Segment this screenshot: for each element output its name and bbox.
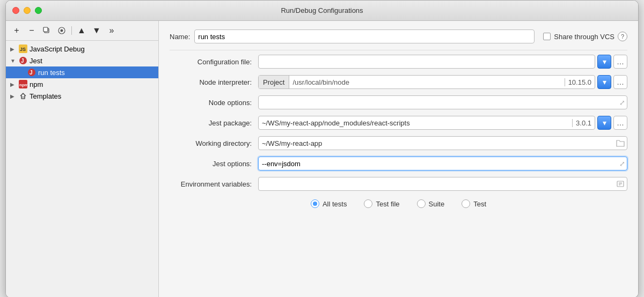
npm-icon: npm	[19, 80, 27, 88]
more-button[interactable]: »	[105, 24, 118, 37]
move-down-button[interactable]: ▼	[90, 24, 103, 37]
node-options-wrapper: ⤢	[258, 95, 627, 109]
working-dir-label: Working directory:	[170, 139, 258, 147]
node-interpreter-input[interactable]: Project /usr/local/bin/node 10.15.0	[258, 75, 595, 89]
radio-suite[interactable]: Suite	[417, 199, 445, 208]
jest-options-wrapper: ⤢	[258, 157, 627, 170]
node-options-row: Node options: ⤢	[170, 95, 627, 109]
close-button[interactable]	[12, 7, 19, 14]
jest-pkg-path: ~/WS/my-react-app/node_modules/react-scr…	[259, 119, 572, 127]
jest-arrow-icon: ▼	[10, 58, 19, 64]
svg-text:J: J	[21, 58, 24, 64]
env-vars-icon-button[interactable]	[614, 177, 627, 190]
add-config-button[interactable]: +	[10, 24, 23, 37]
share-vcs-label: Share through VCS	[554, 33, 614, 41]
jest-options-input[interactable]	[258, 157, 627, 170]
radio-suite-label: Suite	[429, 200, 445, 208]
jest-package-label: Jest package:	[170, 119, 258, 127]
sidebar-item-js-debug-label: JavaScript Debug	[30, 45, 85, 53]
working-dir-input[interactable]: ~/WS/my-react-app	[258, 136, 627, 150]
sidebar-item-templates[interactable]: ▶ Templates	[6, 90, 158, 102]
radio-suite-outer[interactable]	[417, 199, 426, 208]
working-dir-folder-icon[interactable]	[614, 137, 627, 150]
ni-project-label: Project	[259, 76, 289, 88]
ni-version-label: 10.15.0	[565, 78, 595, 86]
sidebar-tree: ▶ JS JavaScript Debug ▼	[6, 41, 158, 297]
radio-test-outer[interactable]	[462, 199, 470, 208]
ni-path-label: /usr/local/bin/node	[289, 78, 564, 86]
js-debug-icon: JS	[19, 44, 27, 53]
divider-1	[170, 50, 627, 50]
jest-icon: J	[19, 56, 27, 65]
env-vars-label: Environment variables:	[170, 180, 258, 188]
jest-package-input[interactable]: ~/WS/my-react-app/node_modules/react-scr…	[258, 116, 595, 130]
radio-all-tests[interactable]: All tests	[311, 199, 347, 208]
config-file-label: Configuration file:	[170, 58, 258, 66]
node-options-expand-icon[interactable]: ⤢	[619, 99, 625, 107]
sidebar-item-templates-label: Templates	[30, 92, 61, 100]
radio-test-file-outer[interactable]	[364, 199, 372, 208]
node-interpreter-row: Node interpreter: Project /usr/local/bin…	[170, 75, 627, 89]
svg-rect-1	[43, 27, 48, 32]
config-file-control: ▾ …	[258, 55, 627, 69]
config-file-row: Configuration file: ▾ …	[170, 55, 627, 69]
sidebar-toolbar: + − ▲ ▼	[6, 21, 158, 41]
sidebar-item-js-debug[interactable]: ▶ JS JavaScript Debug	[6, 43, 158, 55]
radio-test-file-label: Test file	[376, 200, 399, 208]
sidebar-item-npm[interactable]: ▶ npm npm	[6, 78, 158, 90]
toolbar-separator	[71, 26, 72, 35]
radio-test[interactable]: Test	[462, 199, 486, 208]
ni-dropdown-button[interactable]: ▾	[597, 75, 611, 89]
radio-all-tests-outer[interactable]	[311, 199, 319, 208]
jest-pkg-dropdown-button[interactable]: ▾	[597, 116, 611, 130]
name-input[interactable]	[194, 29, 535, 43]
jest-options-row: Jest options: ⤢	[170, 157, 627, 170]
node-options-input[interactable]	[258, 95, 627, 109]
run-debug-configurations-window: Run/Debug Configurations + −	[5, 0, 639, 297]
jest-pkg-version: 3.0.1	[572, 119, 595, 127]
help-button[interactable]: ?	[618, 32, 627, 41]
radio-test-file[interactable]: Test file	[364, 199, 399, 208]
right-panel: Name: Share through VCS ? Configuration …	[159, 21, 638, 297]
name-row: Name: Share through VCS ?	[170, 29, 627, 43]
traffic-lights	[12, 7, 42, 14]
svg-text:npm: npm	[19, 83, 27, 87]
node-interpreter-label: Node interpreter:	[170, 78, 258, 86]
sidebar-item-run-tests-label: run tests	[38, 69, 65, 77]
remove-config-button[interactable]: −	[25, 24, 38, 37]
sidebar: + − ▲ ▼	[6, 21, 159, 297]
name-label: Name:	[170, 33, 190, 41]
svg-text:JS: JS	[20, 47, 26, 52]
sidebar-item-jest[interactable]: ▼ J Jest	[6, 55, 158, 66]
jest-options-expand-icon[interactable]: ⤢	[619, 160, 625, 168]
svg-point-3	[61, 29, 63, 32]
sidebar-item-npm-label: npm	[30, 80, 43, 88]
config-file-dropdown-button[interactable]: ▾	[597, 55, 611, 69]
window-title: Run/Debug Configurations	[281, 6, 363, 14]
jest-options-label: Jest options:	[170, 160, 258, 168]
working-dir-control: ~/WS/my-react-app	[258, 136, 627, 150]
arrow-icon: ▶	[10, 46, 19, 52]
radio-test-label: Test	[473, 200, 486, 208]
copy-config-button[interactable]	[40, 24, 53, 37]
maximize-button[interactable]	[35, 7, 42, 14]
run-tests-icon: J	[27, 68, 36, 77]
node-options-control: ⤢	[258, 95, 627, 109]
config-file-browse-button[interactable]: …	[613, 55, 627, 69]
sidebar-item-run-tests[interactable]: J run tests	[6, 66, 158, 78]
settings-button[interactable]	[55, 24, 68, 37]
share-vcs-checkbox[interactable]	[543, 33, 551, 40]
config-file-input[interactable]	[258, 55, 595, 69]
working-dir-text: ~/WS/my-react-app	[259, 139, 614, 147]
working-dir-row: Working directory: ~/WS/my-react-app	[170, 136, 627, 150]
share-area: Share through VCS ?	[543, 32, 627, 41]
minimize-button[interactable]	[24, 7, 31, 14]
env-vars-input[interactable]	[258, 177, 627, 191]
svg-text:J: J	[30, 70, 33, 76]
ni-browse-button[interactable]: …	[613, 75, 627, 89]
move-up-button[interactable]: ▲	[75, 24, 88, 37]
radio-all-tests-inner	[313, 202, 317, 206]
sidebar-item-jest-label: Jest	[30, 57, 42, 65]
node-interpreter-control: Project /usr/local/bin/node 10.15.0 ▾ …	[258, 75, 627, 89]
jest-pkg-browse-button[interactable]: …	[613, 116, 627, 130]
